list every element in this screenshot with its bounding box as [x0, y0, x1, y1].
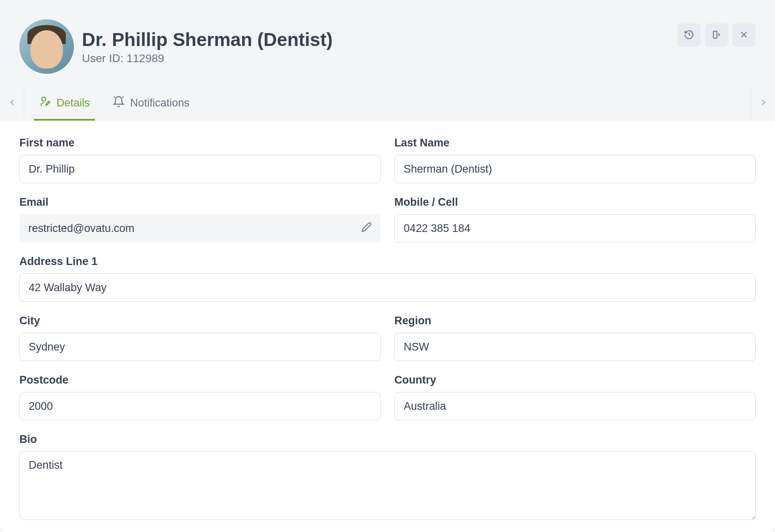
label-last-name: Last Name: [394, 137, 756, 149]
tab-notifications-label: Notifications: [130, 97, 190, 109]
svg-rect-0: [713, 31, 717, 38]
user-id-label: User ID: 112989: [82, 52, 333, 65]
field-country: Country: [394, 374, 756, 420]
postcode-input[interactable]: [19, 392, 381, 420]
history-button[interactable]: [677, 23, 701, 47]
pencil-icon: [361, 222, 372, 235]
chevron-left-icon: [7, 98, 17, 108]
label-first-name: First name: [19, 137, 381, 149]
email-value: restricted@ovatu.com: [28, 222, 134, 235]
svg-point-3: [42, 97, 46, 101]
form-content: First name Last Name Email restricted@ov…: [0, 121, 775, 532]
avatar: [19, 19, 74, 74]
field-bio: Bio: [19, 433, 756, 520]
label-mobile: Mobile / Cell: [394, 196, 756, 209]
bio-textarea[interactable]: [19, 451, 756, 520]
mobile-input[interactable]: [394, 214, 756, 242]
email-readonly[interactable]: restricted@ovatu.com: [19, 214, 381, 242]
city-input[interactable]: [19, 333, 381, 361]
field-first-name: First name: [19, 137, 381, 183]
app-container: Dr. Phillip Sherman (Dentist) User ID: 1…: [0, 0, 775, 532]
user-edit-icon: [39, 96, 51, 111]
field-last-name: Last Name: [394, 137, 756, 183]
last-name-input[interactable]: [394, 155, 756, 183]
field-mobile: Mobile / Cell: [394, 196, 756, 242]
header-info: Dr. Phillip Sherman (Dentist) User ID: 1…: [82, 29, 333, 65]
tab-details-label: Details: [57, 97, 90, 109]
tabs-next-button[interactable]: [751, 88, 775, 119]
close-button[interactable]: [732, 23, 756, 47]
page-title: Dr. Phillip Sherman (Dentist): [82, 29, 333, 50]
header: Dr. Phillip Sherman (Dentist) User ID: 1…: [0, 0, 775, 86]
field-email: Email restricted@ovatu.com: [19, 196, 381, 242]
label-email: Email: [19, 196, 381, 209]
header-left: Dr. Phillip Sherman (Dentist) User ID: 1…: [19, 19, 333, 74]
country-input[interactable]: [394, 392, 756, 420]
tabs-wrapper: Details Notifications: [0, 86, 775, 121]
field-postcode: Postcode: [19, 374, 381, 420]
label-postcode: Postcode: [19, 374, 381, 386]
tab-details[interactable]: Details: [39, 86, 90, 120]
label-city: City: [19, 315, 381, 327]
tab-notifications[interactable]: Notifications: [113, 86, 190, 120]
header-actions: [677, 23, 756, 47]
label-country: Country: [394, 374, 756, 386]
history-icon: [684, 29, 694, 41]
close-icon: [739, 29, 749, 41]
bell-icon: [113, 96, 125, 111]
address1-input[interactable]: [19, 273, 756, 302]
field-address1: Address Line 1: [19, 255, 756, 302]
field-region: Region: [394, 315, 756, 361]
label-region: Region: [394, 315, 756, 327]
label-address1: Address Line 1: [19, 255, 756, 268]
form-grid: First name Last Name Email restricted@ov…: [19, 137, 756, 520]
tabs-prev-button[interactable]: [0, 88, 24, 119]
chevron-right-icon: [758, 98, 768, 108]
tabs: Details Notifications: [24, 86, 751, 120]
expand-icon: [711, 29, 722, 41]
expand-button[interactable]: [705, 23, 728, 47]
label-bio: Bio: [19, 433, 756, 446]
region-input[interactable]: [394, 333, 756, 361]
first-name-input[interactable]: [19, 155, 381, 183]
field-city: City: [19, 315, 381, 361]
